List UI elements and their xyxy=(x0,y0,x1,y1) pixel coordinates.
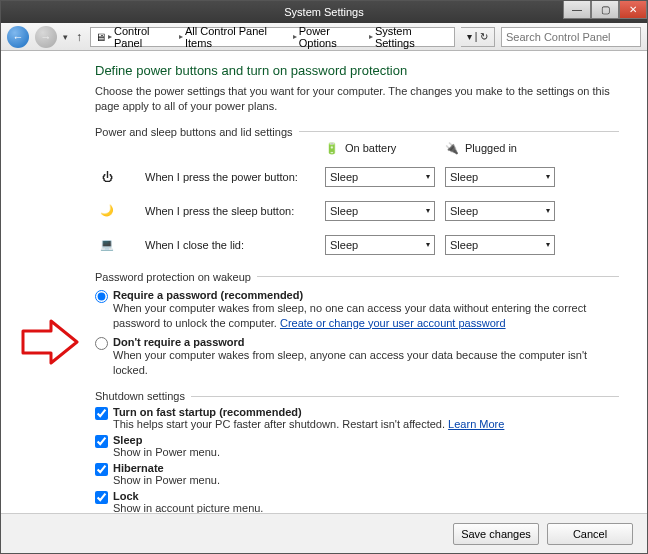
lock-option[interactable]: Lock Show in account picture menu. xyxy=(95,490,619,513)
lid-battery-select[interactable]: Sleep▾ xyxy=(325,235,435,255)
breadcrumb[interactable]: 🖥 ▸ Control Panel ▸ All Control Panel It… xyxy=(90,27,455,47)
titlebar: System Settings — ▢ ✕ xyxy=(1,1,647,23)
hibernate-option[interactable]: Hibernate Show in Power menu. xyxy=(95,462,619,486)
dont-require-password-description: When your computer wakes from sleep, any… xyxy=(113,348,619,378)
lock-description: Show in account picture menu. xyxy=(113,502,619,513)
dont-require-password-label: Don't require a password xyxy=(113,336,619,348)
cancel-button[interactable]: Cancel xyxy=(547,523,633,545)
hibernate-label: Hibernate xyxy=(113,462,619,474)
section-title: Password protection on wakeup xyxy=(95,271,619,283)
callout-arrow-icon xyxy=(21,319,79,365)
column-plugged: 🔌 Plugged in xyxy=(445,142,555,155)
create-password-link[interactable]: Create or change your user account passw… xyxy=(280,317,506,329)
hibernate-checkbox[interactable] xyxy=(95,463,108,476)
breadcrumb-item[interactable]: Control Panel xyxy=(114,25,177,49)
history-dropdown-icon[interactable]: ▾ xyxy=(63,32,68,42)
learn-more-link[interactable]: Learn More xyxy=(448,418,504,430)
breadcrumb-item[interactable]: System Settings xyxy=(375,25,450,49)
navbar: ← → ▾ ↑ 🖥 ▸ Control Panel ▸ All Control … xyxy=(1,23,647,51)
chevron-right-icon: ▸ xyxy=(369,32,373,41)
sleep-option[interactable]: Sleep Show in Power menu. xyxy=(95,434,619,458)
breadcrumb-item[interactable]: Power Options xyxy=(299,25,367,49)
sleep-description: Show in Power menu. xyxy=(113,446,619,458)
lid-plugged-select[interactable]: Sleep▾ xyxy=(445,235,555,255)
row-label: When I press the power button: xyxy=(145,171,315,183)
column-battery: 🔋 On battery xyxy=(325,142,435,155)
refresh-button[interactable]: ▾ | ↻ xyxy=(461,27,495,47)
require-password-option[interactable]: Require a password (recommended) When yo… xyxy=(95,289,619,331)
require-password-description: When your computer wakes from sleep, no … xyxy=(113,301,619,331)
section-title: Power and sleep buttons and lid settings xyxy=(95,126,619,138)
require-password-radio[interactable] xyxy=(95,290,108,303)
power-button-battery-select[interactable]: Sleep▾ xyxy=(325,167,435,187)
minimize-button[interactable]: — xyxy=(563,1,591,19)
fast-startup-label: Turn on fast startup (recommended) xyxy=(113,406,619,418)
chevron-right-icon: ▸ xyxy=(179,32,183,41)
chevron-right-icon: ▸ xyxy=(108,32,112,41)
battery-icon: 🔋 xyxy=(325,142,339,155)
dont-require-password-radio[interactable] xyxy=(95,337,108,350)
fast-startup-description: This helps start your PC faster after sh… xyxy=(113,418,619,430)
pc-icon: 🖥 xyxy=(95,31,106,43)
maximize-button[interactable]: ▢ xyxy=(591,1,619,19)
plug-icon: 🔌 xyxy=(445,142,459,155)
sleep-button-plugged-select[interactable]: Sleep▾ xyxy=(445,201,555,221)
window-controls: — ▢ ✕ xyxy=(563,1,647,19)
power-button-icon: ⏻ xyxy=(95,165,119,189)
forward-button[interactable]: → xyxy=(35,26,57,48)
fast-startup-checkbox[interactable] xyxy=(95,407,108,420)
sleep-checkbox[interactable] xyxy=(95,435,108,448)
fast-startup-option[interactable]: Turn on fast startup (recommended) This … xyxy=(95,406,619,430)
close-button[interactable]: ✕ xyxy=(619,1,647,19)
page-description: Choose the power settings that you want … xyxy=(95,84,619,114)
back-button[interactable]: ← xyxy=(7,26,29,48)
row-label: When I close the lid: xyxy=(145,239,315,251)
window-title: System Settings xyxy=(284,6,363,18)
lock-label: Lock xyxy=(113,490,619,502)
sleep-button-battery-select[interactable]: Sleep▾ xyxy=(325,201,435,221)
up-button[interactable]: ↑ xyxy=(74,30,84,44)
window: System Settings — ▢ ✕ ← → ▾ ↑ 🖥 ▸ Contro… xyxy=(0,0,648,554)
footer: Save changes Cancel xyxy=(1,513,647,553)
search-input[interactable] xyxy=(501,27,641,47)
content-area: Define power buttons and turn on passwor… xyxy=(1,51,647,513)
breadcrumb-item[interactable]: All Control Panel Items xyxy=(185,25,291,49)
chevron-right-icon: ▸ xyxy=(293,32,297,41)
section-title: Shutdown settings xyxy=(95,390,619,402)
lid-icon: 💻 xyxy=(95,233,119,257)
hibernate-description: Show in Power menu. xyxy=(113,474,619,486)
page-heading: Define power buttons and turn on passwor… xyxy=(95,63,619,78)
row-label: When I press the sleep button: xyxy=(145,205,315,217)
sleep-label: Sleep xyxy=(113,434,619,446)
sleep-button-icon: 🌙 xyxy=(95,199,119,223)
save-changes-button[interactable]: Save changes xyxy=(453,523,539,545)
power-button-plugged-select[interactable]: Sleep▾ xyxy=(445,167,555,187)
lock-checkbox[interactable] xyxy=(95,491,108,504)
power-settings-grid: 🔋 On battery 🔌 Plugged in ⏻ When I press… xyxy=(95,142,619,257)
require-password-label: Require a password (recommended) xyxy=(113,289,619,301)
dont-require-password-option[interactable]: Don't require a password When your compu… xyxy=(95,336,619,378)
